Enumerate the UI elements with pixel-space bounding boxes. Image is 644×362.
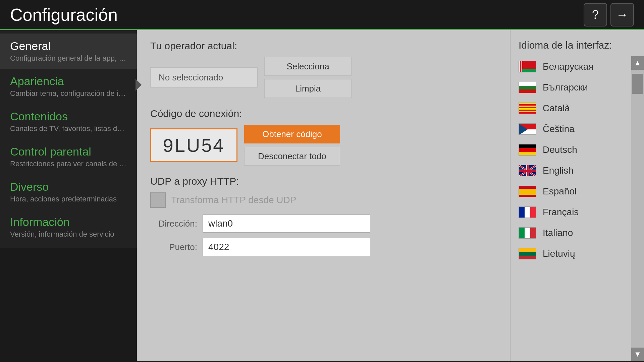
- udp-checkbox-label: Transforma HTTP desde UDP: [171, 195, 296, 205]
- port-label: Puerto:: [150, 242, 197, 252]
- select-operator-button[interactable]: Selecciona: [264, 57, 352, 76]
- svg-rect-4: [519, 82, 536, 86]
- sidebar-item-general[interactable]: General Configuración general de la app,…: [0, 34, 137, 69]
- sidebar-item-title-general: General: [10, 40, 127, 53]
- sidebar-item-sub-diverso: Hora, acciones predeterminadas: [10, 195, 127, 203]
- language-item-by[interactable]: Беларуская: [511, 56, 631, 77]
- main-layout: General Configuración general de la app,…: [0, 30, 644, 361]
- language-name-de: Deutsch: [543, 144, 577, 155]
- scroll-down-button[interactable]: ▼: [631, 348, 644, 361]
- udp-section: UDP a proxy HTTP: Transforma HTTP desde …: [150, 176, 496, 256]
- language-item-gb[interactable]: English: [511, 160, 631, 181]
- language-name-lt: Lietuvių: [543, 248, 575, 259]
- udp-checkbox-row: Transforma HTTP desde UDP: [150, 192, 496, 208]
- header-actions: ? →: [584, 3, 634, 26]
- udp-checkbox[interactable]: [150, 192, 166, 208]
- svg-rect-29: [519, 207, 525, 218]
- language-name-bg: Български: [543, 82, 588, 93]
- scroll-track: [631, 70, 644, 348]
- flag-bg: [519, 82, 536, 93]
- connection-row: 9LU54 Obtener código Desconectar todo: [150, 125, 496, 166]
- sidebar-item-sub-general: Configuración general de la app, Proxy U: [10, 54, 127, 63]
- udp-label: UDP a proxy HTTP:: [150, 176, 496, 187]
- port-row: Puerto:: [150, 238, 496, 256]
- language-name-by: Беларуская: [543, 61, 593, 72]
- sidebar-item-sub-control-parental: Restricciones para ver canals de TV: [10, 160, 127, 168]
- sidebar-item-title-apariencia: Apariencia: [10, 75, 127, 88]
- svg-rect-32: [519, 228, 525, 239]
- language-item-lt[interactable]: Lietuvių: [511, 243, 631, 264]
- share-button[interactable]: →: [610, 3, 634, 26]
- language-panel: Idioma de la interfaz: Беларуская Българ…: [510, 30, 644, 361]
- help-button[interactable]: ?: [584, 3, 607, 26]
- flag-by: [519, 61, 536, 72]
- flag-de: [519, 144, 536, 156]
- operator-buttons: Selecciona Limpia: [264, 57, 352, 98]
- svg-rect-30: [525, 207, 531, 218]
- clear-operator-button[interactable]: Limpia: [264, 79, 352, 98]
- get-code-button[interactable]: Obtener código: [244, 125, 340, 143]
- flag-lt: [519, 248, 536, 259]
- svg-rect-11: [519, 112, 536, 114]
- sidebar-item-informacion[interactable]: Información Versión, información de serv…: [0, 209, 137, 245]
- sidebar-item-contenidos[interactable]: Contenidos Canales de TV, favoritos, lis…: [0, 104, 137, 139]
- scroll-thumb[interactable]: [632, 74, 643, 94]
- sidebar-wrapper: General Configuración general de la app,…: [0, 30, 137, 361]
- svg-rect-6: [519, 89, 536, 93]
- page-title: Configuración: [10, 5, 118, 25]
- content-area: Tu operador actual: No seleccionado Sele…: [137, 30, 510, 361]
- sidebar: General Configuración general de la app,…: [0, 30, 137, 248]
- language-item-ca[interactable]: Català: [511, 98, 631, 119]
- language-name-gb: English: [543, 165, 574, 176]
- direction-input[interactable]: [203, 215, 370, 233]
- svg-rect-17: [519, 152, 536, 156]
- svg-rect-9: [519, 107, 536, 108]
- svg-rect-36: [519, 252, 536, 256]
- flag-fr: [519, 206, 536, 218]
- operator-label: Tu operador actual:: [150, 40, 496, 52]
- sidebar-item-sub-apariencia: Cambiar tema, configuración de interfa:: [10, 89, 127, 98]
- language-item-cz[interactable]: Čeština: [511, 119, 631, 139]
- language-item-es[interactable]: Español: [511, 181, 631, 202]
- disconnect-all-button[interactable]: Desconectar todo: [244, 147, 340, 166]
- svg-rect-33: [525, 228, 531, 239]
- svg-rect-10: [519, 110, 536, 111]
- connection-buttons: Obtener código Desconectar todo: [244, 125, 340, 166]
- language-name-es: Español: [543, 186, 577, 197]
- svg-rect-26: [527, 165, 529, 176]
- language-panel-inner: Беларуская Български Català Čeština Deut…: [511, 56, 644, 361]
- language-item-de[interactable]: Deutsch: [511, 139, 631, 160]
- operator-display: No seleccionado: [150, 67, 258, 87]
- scrollbar: ▲ ▼: [631, 56, 644, 361]
- sidebar-item-title-contenidos: Contenidos: [10, 110, 127, 123]
- flag-es: [519, 186, 536, 197]
- svg-rect-15: [519, 144, 536, 148]
- sidebar-item-sub-contenidos: Canales de TV, favoritos, listas de repr…: [10, 124, 127, 133]
- scroll-up-button[interactable]: ▲: [631, 56, 644, 70]
- direction-row: Dirección:: [150, 215, 496, 233]
- language-name-it: Italiano: [543, 228, 573, 238]
- flag-it: [519, 227, 536, 239]
- language-item-bg[interactable]: Български: [511, 77, 631, 98]
- sidebar-item-control-parental[interactable]: Control parental Restricciones para ver …: [0, 139, 137, 174]
- svg-rect-8: [519, 104, 536, 106]
- operator-row: No seleccionado Selecciona Limpia: [150, 57, 496, 98]
- header: Configuración ? →: [0, 0, 644, 30]
- language-item-it[interactable]: Italiano: [511, 223, 631, 243]
- connection-section: Código de conexión: 9LU54 Obtener código…: [150, 108, 496, 166]
- connection-label: Código de conexión:: [150, 108, 496, 119]
- flag-gb: [519, 165, 536, 176]
- sidebar-item-apariencia[interactable]: Apariencia Cambiar tema, configuración d…: [0, 69, 137, 104]
- svg-rect-28: [519, 189, 536, 195]
- sidebar-item-sub-informacion: Versión, información de servicio: [10, 230, 127, 239]
- svg-rect-34: [530, 228, 536, 239]
- svg-rect-3: [520, 61, 522, 72]
- direction-label: Dirección:: [150, 219, 197, 229]
- sidebar-arrow: [136, 79, 142, 91]
- sidebar-item-title-informacion: Información: [10, 216, 127, 229]
- language-name-ca: Català: [543, 103, 570, 114]
- sidebar-item-diverso[interactable]: Diverso Hora, acciones predeterminadas: [0, 174, 137, 209]
- port-input[interactable]: [203, 238, 370, 256]
- language-item-fr[interactable]: Français: [511, 202, 631, 223]
- language-list: Беларуская Български Català Čeština Deut…: [511, 56, 631, 361]
